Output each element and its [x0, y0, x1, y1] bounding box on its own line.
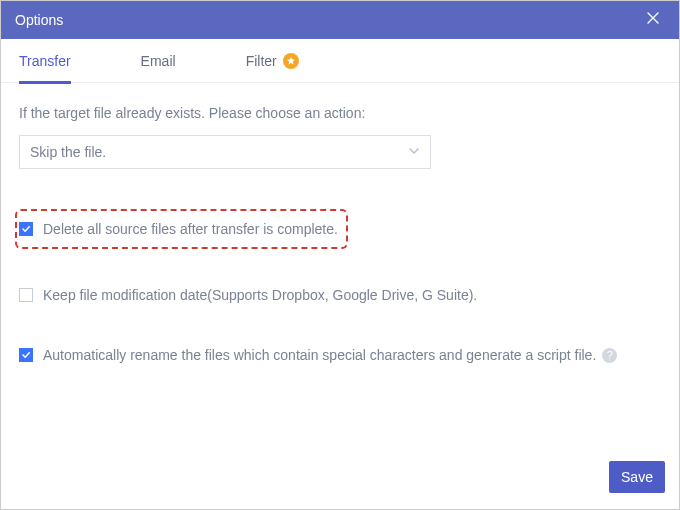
star-icon — [283, 53, 299, 69]
instruction-text: If the target file already exists. Pleas… — [19, 105, 661, 121]
chevron-down-icon — [408, 144, 420, 160]
tab-email-label: Email — [141, 53, 176, 69]
tab-transfer[interactable]: Transfer — [19, 39, 71, 83]
tabs: Transfer Email Filter — [1, 39, 679, 83]
option-keep-date-label: Keep file modification date(Supports Dro… — [43, 287, 477, 303]
option-delete-source-label: Delete all source files after transfer i… — [43, 221, 338, 237]
conflict-action-select[interactable]: Skip the file. — [19, 135, 431, 169]
help-icon[interactable]: ? — [602, 348, 617, 363]
checkbox-delete-source[interactable] — [19, 222, 33, 236]
select-value: Skip the file. — [30, 144, 106, 160]
option-autorename-label: Automatically rename the files which con… — [43, 347, 596, 363]
footer: Save — [609, 461, 665, 493]
content: If the target file already exists. Pleas… — [1, 83, 679, 509]
tab-email[interactable]: Email — [141, 39, 176, 83]
option-keep-date: Keep file modification date(Supports Dro… — [19, 283, 661, 307]
save-button[interactable]: Save — [609, 461, 665, 493]
dialog-title: Options — [15, 12, 63, 28]
tab-transfer-label: Transfer — [19, 53, 71, 69]
close-icon[interactable] — [645, 10, 665, 30]
highlight-annotation: Delete all source files after transfer i… — [15, 209, 348, 249]
tab-filter-label: Filter — [246, 53, 277, 69]
option-delete-source-wrap: Delete all source files after transfer i… — [19, 209, 661, 249]
option-delete-source: Delete all source files after transfer i… — [19, 217, 338, 241]
tab-filter[interactable]: Filter — [246, 39, 299, 83]
titlebar: Options — [1, 1, 679, 39]
option-autorename: Automatically rename the files which con… — [19, 343, 661, 367]
options-dialog: Options Transfer Email Filter If the tar… — [0, 0, 680, 510]
checkbox-keep-date[interactable] — [19, 288, 33, 302]
checkbox-autorename[interactable] — [19, 348, 33, 362]
